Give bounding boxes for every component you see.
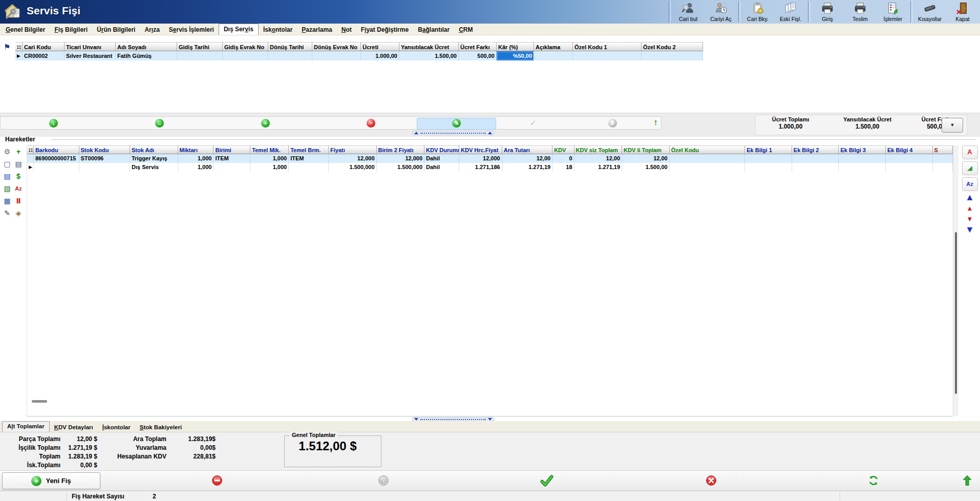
column-header-d-n-evrak-no[interactable]: Dönüş Evrak No (312, 42, 361, 51)
column-header-gidi-evrak-no[interactable]: Gidiş Evrak No (223, 42, 268, 51)
column-header-stok-kodu[interactable]: Stok Kodu (79, 145, 130, 154)
grid-cell[interactable] (745, 154, 792, 163)
grid-cell[interactable]: Dahil (424, 154, 459, 163)
column-header-zel-kodu[interactable]: Özel Kodu (670, 145, 745, 154)
tab-fi-bilgileri[interactable]: Fiş Bilgileri (50, 25, 92, 35)
grid-cell[interactable] (670, 154, 745, 163)
toolbar-cari-bky-button[interactable]: Cari Bky. (741, 1, 774, 23)
cancel-receipt-button[interactable] (705, 474, 718, 488)
column-header-stok-ad[interactable]: Stok Adı (130, 145, 178, 154)
document-lines-icon[interactable]: ▤ (15, 159, 22, 169)
column-header-cari-kodu[interactable]: Cari Kodu (23, 42, 65, 51)
bottom-tab-kdv-detaylar[interactable]: KDV Detayları (50, 423, 98, 432)
add-document-icon[interactable]: ▧ (4, 184, 10, 193)
horizontal-scrollbar[interactable] (32, 400, 47, 403)
grid-cell[interactable]: 1.271,19 (574, 163, 623, 172)
column-header-birimi[interactable]: Birimi (214, 145, 250, 154)
edit-record-button[interactable]: ✎ (452, 119, 461, 128)
shield-icon[interactable]: ◈ (16, 208, 22, 218)
edit-note-icon[interactable]: ✎ (4, 208, 10, 218)
edit-receipt-button[interactable] (377, 474, 391, 488)
column-header-birim-2-fiyat[interactable]: Birim 2 Fiyatı (377, 145, 425, 154)
tab-i-skontolar[interactable]: İskontolar (259, 25, 297, 35)
grid-cell[interactable] (34, 163, 79, 172)
grid-cell[interactable]: ITEM (214, 154, 250, 163)
grid-cell[interactable] (79, 163, 130, 172)
add-item-icon[interactable]: + (16, 147, 20, 156)
scrollbar-thumb[interactable] (955, 232, 957, 394)
tab-r-n-bilgileri[interactable]: Ürün Bilgileri (92, 25, 140, 35)
grid-cell[interactable] (839, 163, 886, 172)
tab-ba-lant-lar[interactable]: Bağlantılar (413, 25, 454, 35)
tab-fiyat-de-i-tirme[interactable]: Fiyat Değiştirme (356, 25, 413, 35)
fill-corner-button[interactable]: ◢ (962, 161, 978, 175)
column-header-k-r[interactable]: Kâr (%) (497, 42, 534, 51)
pause-icon[interactable]: Ⅱ (16, 196, 20, 205)
grid-cell[interactable] (177, 51, 223, 60)
toolbar-kisayollar-button[interactable]: Kısayollar (913, 1, 946, 23)
add-record-button[interactable]: + (261, 119, 270, 128)
grid-cell[interactable]: 12,00 (502, 154, 552, 163)
move-down-button[interactable]: ▼ (967, 215, 973, 223)
column-header-kdv-durumu[interactable]: KDV Durumu (424, 145, 459, 154)
grid-cell[interactable] (573, 51, 642, 60)
tab-not[interactable]: Not (337, 25, 356, 35)
column-header-ad-soyad[interactable]: Adı Soyadı (116, 42, 177, 51)
grid-cell[interactable]: Fatih Gümüş (116, 51, 177, 60)
grid-cell[interactable] (670, 163, 745, 172)
grid-cell[interactable] (933, 163, 953, 172)
grid-cell[interactable] (312, 51, 361, 60)
grid-cell[interactable]: 12,00 (574, 154, 623, 163)
tab-ar-za[interactable]: Arıza (140, 25, 164, 35)
vertical-scrollbar[interactable] (953, 145, 958, 416)
column-header-miktar[interactable]: Miktarı (178, 145, 214, 154)
tab-pazarlama[interactable]: Pazarlama (297, 25, 336, 35)
font-a-button[interactable]: A (962, 145, 978, 159)
grid-cell[interactable]: ST00096 (79, 154, 130, 163)
grid-cell[interactable]: 1,000 (178, 163, 214, 172)
bottom-tab-i-skontolar[interactable]: İskontolar (98, 423, 135, 432)
column-header-temel-mik[interactable]: Temel Mik. (250, 145, 289, 154)
sort-az-button[interactable]: Az (962, 177, 978, 191)
nav-next-button[interactable]: → (155, 119, 164, 128)
grid-cell[interactable]: 12,000 (329, 154, 377, 163)
grid-cell[interactable] (268, 51, 312, 60)
column-header-kdv-li-toplam[interactable]: KDV li Toplam (622, 145, 670, 154)
grid-cell[interactable] (886, 163, 933, 172)
column-header-item[interactable]: ∷ (15, 42, 23, 51)
column-header-zel-kodu-2[interactable]: Özel Kodu 2 (642, 42, 703, 51)
toolbar-kapat-button[interactable]: Kapat (946, 1, 979, 23)
cancel-record-button[interactable]: ✗ (608, 119, 617, 128)
delete-record-button[interactable]: − (367, 119, 375, 128)
column-header-ek-bilgi-3[interactable]: Ek Bilgi 3 (839, 145, 886, 154)
grid-cell[interactable]: CR00002 (23, 51, 65, 60)
toolbar-cariyi-ac-button[interactable]: Cariyi Aç (705, 1, 737, 23)
column-header-cret-fark[interactable]: Ücret Farkı (459, 42, 497, 51)
toolbar-giris-button[interactable]: Giriş (811, 1, 844, 23)
nav-down-button[interactable]: ↓ (49, 119, 58, 128)
grid-cell[interactable]: 1,000 (250, 163, 289, 172)
column-header-ek-bilgi-4[interactable]: Ek Bilgi 4 (886, 145, 933, 154)
splitter-top[interactable] (412, 131, 494, 135)
grid-cell[interactable]: 1.500,000 (377, 163, 425, 172)
grid-cell[interactable] (289, 163, 329, 172)
grid-cell[interactable]: 500,00 (459, 51, 497, 60)
grid-cell[interactable] (642, 51, 703, 60)
tab-servis-i-lemleri[interactable]: Servis İşlemleri (164, 25, 219, 35)
grid-cell[interactable]: 1,000 (250, 154, 289, 163)
fee-totals-dropdown-button[interactable]: ▼ (942, 118, 963, 133)
column-header-creti[interactable]: Ücreti (361, 42, 399, 51)
column-header-yans-t-lacak-cret[interactable]: Yansıtılacak Ücret (399, 42, 459, 51)
top-record-button[interactable]: ↑ (653, 118, 657, 127)
column-header-kdv-hrc-fiyat[interactable]: KDV Hrc.Fiyat (459, 145, 502, 154)
toolbar-islemler-button[interactable]: İşlemler (877, 1, 909, 23)
grid-cell[interactable] (223, 51, 268, 60)
toolbar-cari-bul-button[interactable]: Cari bul (672, 1, 705, 23)
new-receipt-button[interactable]: + Yeni Fiş (2, 472, 100, 489)
grid-cell[interactable]: 1.000,00 (361, 51, 399, 60)
move-up-button[interactable]: ▲ (967, 204, 973, 213)
grid-cell[interactable] (839, 154, 886, 163)
column-header-fiyat[interactable]: Fiyatı (329, 145, 377, 154)
grid-cell[interactable]: %50,00 (497, 51, 534, 60)
grid-cell[interactable] (792, 163, 839, 172)
